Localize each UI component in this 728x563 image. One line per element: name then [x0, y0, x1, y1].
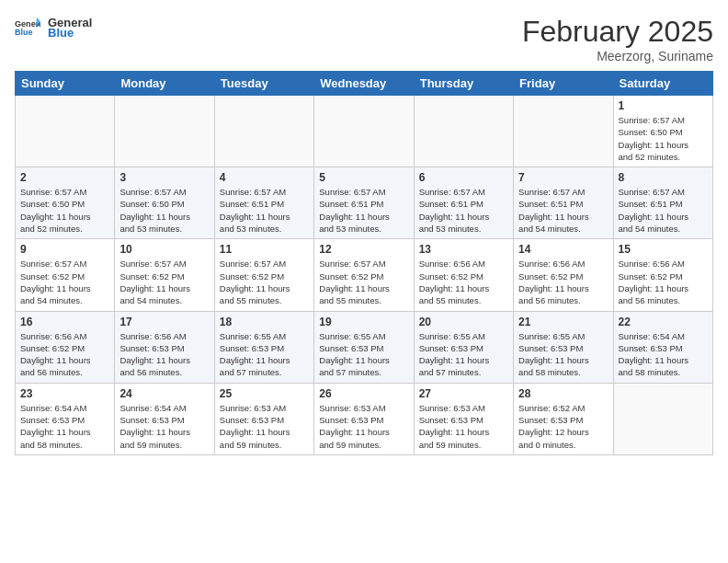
day-info: Sunrise: 6:57 AM Sunset: 6:52 PM Dayligh… — [20, 258, 109, 306]
logo: General Blue General Blue — [15, 15, 92, 40]
calendar-day-cell: 8Sunrise: 6:57 AM Sunset: 6:51 PM Daylig… — [613, 167, 712, 239]
calendar-day-cell — [414, 96, 513, 167]
day-info: Sunrise: 6:56 AM Sunset: 6:52 PM Dayligh… — [419, 258, 508, 306]
calendar-day-cell: 24Sunrise: 6:54 AM Sunset: 6:53 PM Dayli… — [115, 383, 214, 454]
calendar-week-row: 1Sunrise: 6:57 AM Sunset: 6:50 PM Daylig… — [16, 96, 713, 167]
calendar-day-cell: 15Sunrise: 6:56 AM Sunset: 6:52 PM Dayli… — [613, 239, 712, 311]
day-info: Sunrise: 6:53 AM Sunset: 6:53 PM Dayligh… — [220, 402, 309, 451]
day-number: 15 — [619, 243, 708, 256]
month-title: February 2025 — [522, 15, 713, 49]
day-number: 16 — [20, 316, 109, 328]
calendar-header-row: Sunday Monday Tuesday Wednesday Thursday… — [16, 72, 713, 96]
day-number: 11 — [220, 243, 309, 256]
day-number: 5 — [319, 171, 408, 184]
day-info: Sunrise: 6:57 AM Sunset: 6:52 PM Dayligh… — [319, 258, 408, 306]
calendar-day-cell: 16Sunrise: 6:56 AM Sunset: 6:52 PM Dayli… — [16, 311, 115, 383]
day-number: 14 — [518, 243, 608, 256]
day-info: Sunrise: 6:55 AM Sunset: 6:53 PM Dayligh… — [518, 330, 608, 379]
day-number: 9 — [20, 243, 109, 256]
day-number: 25 — [220, 387, 309, 400]
day-number: 26 — [319, 387, 408, 400]
calendar-day-cell: 3Sunrise: 6:57 AM Sunset: 6:50 PM Daylig… — [115, 167, 214, 239]
day-number: 6 — [419, 171, 508, 184]
day-info: Sunrise: 6:53 AM Sunset: 6:53 PM Dayligh… — [319, 402, 408, 451]
calendar-week-row: 16Sunrise: 6:56 AM Sunset: 6:52 PM Dayli… — [16, 311, 713, 383]
col-sunday: Sunday — [16, 72, 115, 96]
day-number: 17 — [119, 316, 209, 328]
calendar-day-cell: 20Sunrise: 6:55 AM Sunset: 6:53 PM Dayli… — [414, 311, 513, 383]
calendar-day-cell: 12Sunrise: 6:57 AM Sunset: 6:52 PM Dayli… — [314, 239, 414, 311]
calendar-day-cell: 25Sunrise: 6:53 AM Sunset: 6:53 PM Dayli… — [214, 383, 313, 454]
day-info: Sunrise: 6:56 AM Sunset: 6:53 PM Dayligh… — [119, 330, 209, 379]
calendar-day-cell — [314, 96, 414, 167]
day-info: Sunrise: 6:57 AM Sunset: 6:50 PM Dayligh… — [619, 114, 708, 163]
calendar-week-row: 2Sunrise: 6:57 AM Sunset: 6:50 PM Daylig… — [16, 167, 713, 239]
calendar-day-cell: 9Sunrise: 6:57 AM Sunset: 6:52 PM Daylig… — [16, 239, 115, 311]
col-wednesday: Wednesday — [314, 72, 414, 96]
calendar-day-cell: 23Sunrise: 6:54 AM Sunset: 6:53 PM Dayli… — [16, 383, 115, 454]
calendar-day-cell: 2Sunrise: 6:57 AM Sunset: 6:50 PM Daylig… — [16, 167, 115, 239]
calendar-day-cell: 11Sunrise: 6:57 AM Sunset: 6:52 PM Dayli… — [214, 239, 313, 311]
day-number: 21 — [518, 316, 608, 328]
day-info: Sunrise: 6:54 AM Sunset: 6:53 PM Dayligh… — [119, 402, 209, 451]
location: Meerzorg, Suriname — [522, 49, 713, 63]
col-friday: Friday — [514, 72, 613, 96]
calendar-day-cell: 5Sunrise: 6:57 AM Sunset: 6:51 PM Daylig… — [314, 167, 414, 239]
day-number: 7 — [518, 171, 608, 184]
calendar-day-cell: 14Sunrise: 6:56 AM Sunset: 6:52 PM Dayli… — [514, 239, 613, 311]
day-number: 22 — [619, 316, 708, 328]
day-info: Sunrise: 6:54 AM Sunset: 6:53 PM Dayligh… — [619, 330, 708, 379]
col-saturday: Saturday — [613, 72, 712, 96]
day-number: 2 — [20, 171, 109, 184]
day-number: 24 — [119, 387, 209, 400]
day-info: Sunrise: 6:56 AM Sunset: 6:52 PM Dayligh… — [619, 258, 708, 306]
calendar-day-cell: 21Sunrise: 6:55 AM Sunset: 6:53 PM Dayli… — [514, 311, 613, 383]
title-block: February 2025 Meerzorg, Suriname — [522, 15, 713, 63]
day-info: Sunrise: 6:57 AM Sunset: 6:51 PM Dayligh… — [220, 186, 309, 235]
calendar-day-cell: 6Sunrise: 6:57 AM Sunset: 6:51 PM Daylig… — [414, 167, 513, 239]
calendar-day-cell: 7Sunrise: 6:57 AM Sunset: 6:51 PM Daylig… — [514, 167, 613, 239]
day-number: 19 — [319, 316, 408, 328]
calendar-day-cell — [514, 96, 613, 167]
calendar-day-cell — [214, 96, 313, 167]
day-info: Sunrise: 6:57 AM Sunset: 6:51 PM Dayligh… — [619, 186, 708, 235]
day-number: 1 — [619, 99, 708, 112]
day-info: Sunrise: 6:57 AM Sunset: 6:52 PM Dayligh… — [119, 258, 209, 306]
day-info: Sunrise: 6:57 AM Sunset: 6:51 PM Dayligh… — [319, 186, 408, 235]
day-info: Sunrise: 6:57 AM Sunset: 6:51 PM Dayligh… — [518, 186, 608, 235]
calendar-day-cell: 22Sunrise: 6:54 AM Sunset: 6:53 PM Dayli… — [613, 311, 712, 383]
calendar-day-cell: 4Sunrise: 6:57 AM Sunset: 6:51 PM Daylig… — [214, 167, 313, 239]
day-number: 28 — [518, 387, 608, 400]
svg-text:Blue: Blue — [15, 28, 33, 37]
calendar-day-cell: 26Sunrise: 6:53 AM Sunset: 6:53 PM Dayli… — [314, 383, 414, 454]
calendar-day-cell: 10Sunrise: 6:57 AM Sunset: 6:52 PM Dayli… — [115, 239, 214, 311]
day-info: Sunrise: 6:53 AM Sunset: 6:53 PM Dayligh… — [419, 402, 508, 451]
day-info: Sunrise: 6:52 AM Sunset: 6:53 PM Dayligh… — [518, 402, 608, 451]
calendar-day-cell: 28Sunrise: 6:52 AM Sunset: 6:53 PM Dayli… — [514, 383, 613, 454]
logo-icon: General Blue — [15, 15, 40, 40]
day-info: Sunrise: 6:56 AM Sunset: 6:52 PM Dayligh… — [20, 330, 109, 379]
col-thursday: Thursday — [414, 72, 513, 96]
day-info: Sunrise: 6:55 AM Sunset: 6:53 PM Dayligh… — [419, 330, 508, 379]
day-info: Sunrise: 6:57 AM Sunset: 6:50 PM Dayligh… — [20, 186, 109, 235]
day-number: 8 — [619, 171, 708, 184]
day-number: 10 — [119, 243, 209, 256]
day-info: Sunrise: 6:55 AM Sunset: 6:53 PM Dayligh… — [319, 330, 408, 379]
calendar-day-cell — [115, 96, 214, 167]
calendar-day-cell — [16, 96, 115, 167]
calendar-day-cell: 18Sunrise: 6:55 AM Sunset: 6:53 PM Dayli… — [214, 311, 313, 383]
day-number: 3 — [119, 171, 209, 184]
day-info: Sunrise: 6:57 AM Sunset: 6:51 PM Dayligh… — [419, 186, 508, 235]
day-info: Sunrise: 6:57 AM Sunset: 6:50 PM Dayligh… — [119, 186, 209, 235]
page-header: General Blue General Blue February 2025 … — [15, 15, 713, 63]
day-info: Sunrise: 6:56 AM Sunset: 6:52 PM Dayligh… — [518, 258, 608, 306]
day-info: Sunrise: 6:54 AM Sunset: 6:53 PM Dayligh… — [20, 402, 109, 451]
day-number: 12 — [319, 243, 408, 256]
calendar-day-cell: 19Sunrise: 6:55 AM Sunset: 6:53 PM Dayli… — [314, 311, 414, 383]
calendar-day-cell: 1Sunrise: 6:57 AM Sunset: 6:50 PM Daylig… — [613, 96, 712, 167]
calendar-week-row: 23Sunrise: 6:54 AM Sunset: 6:53 PM Dayli… — [16, 383, 713, 454]
calendar-day-cell: 13Sunrise: 6:56 AM Sunset: 6:52 PM Dayli… — [414, 239, 513, 311]
calendar-week-row: 9Sunrise: 6:57 AM Sunset: 6:52 PM Daylig… — [16, 239, 713, 311]
day-number: 18 — [220, 316, 309, 328]
calendar-day-cell: 27Sunrise: 6:53 AM Sunset: 6:53 PM Dayli… — [414, 383, 513, 454]
